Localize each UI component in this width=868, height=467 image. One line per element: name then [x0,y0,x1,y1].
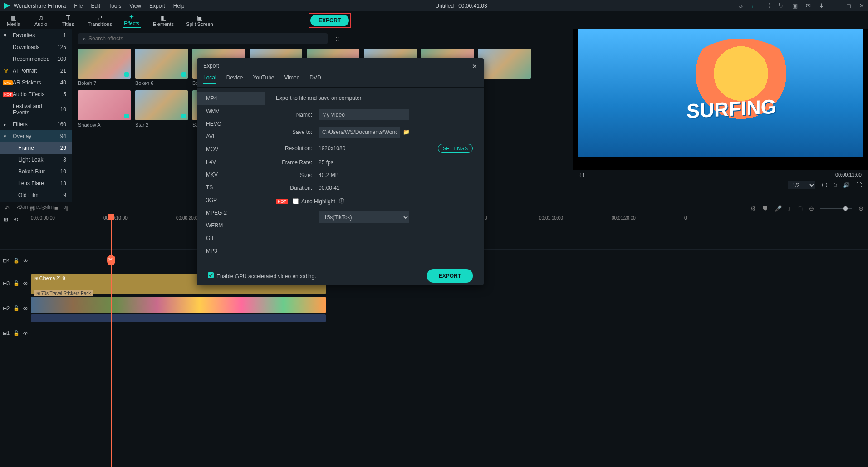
gpu-checkbox-label[interactable]: Enable GPU accelerated video encoding. [208,272,316,280]
effect-thumb[interactable]: Bokeh 7 [78,49,131,86]
preview-video[interactable] [578,29,863,157]
format-wmv[interactable]: WMV [197,105,265,118]
auto-highlight-checkbox[interactable] [293,198,299,204]
lock-icon[interactable]: 🔓 [13,280,20,286]
mail-icon[interactable]: ✉ [806,2,811,9]
volume-icon[interactable]: 🔊 [843,182,850,188]
highlight-duration-select[interactable]: 15s(TikTok) [319,211,409,223]
snapshot-icon[interactable]: ⎙ [834,182,837,188]
sidebar-sub-light-leak[interactable]: Light Leak8 [0,154,72,166]
sidebar-item-recommended[interactable]: Recommended100 [0,53,72,65]
info-icon[interactable]: ⓘ [339,197,344,205]
marker-icon[interactable]: ▢ [797,205,803,212]
fullscreen-icon[interactable]: ⛶ [856,182,862,188]
monitor-icon[interactable]: 🖵 [822,182,827,188]
maximize-button[interactable]: ◻ [846,2,851,9]
close-button[interactable]: ✕ [859,2,864,9]
lightbulb-icon[interactable]: ☼ [738,2,744,9]
settings-button[interactable]: SETTINGS [438,144,473,153]
sidebar-item-filters[interactable]: ▸Filters160 [0,118,72,130]
zoom-slider[interactable] [820,208,852,209]
export-button[interactable]: EXPORT [310,15,349,26]
tab-dvd[interactable]: DVD [309,74,321,84]
search-input[interactable] [88,35,323,42]
sidebar-item-downloads[interactable]: Downloads125 [0,41,72,53]
eye-icon[interactable]: 👁 [23,306,28,311]
sidebar-item-ar-stickers[interactable]: NewAR Stickers40 [0,77,72,88]
headphones-icon[interactable]: ∩ [752,2,756,9]
format-3gp[interactable]: 3GP [197,194,265,206]
sidebar-sub-bokeh-blur[interactable]: Bokeh Blur10 [0,166,72,177]
zoom-in-icon[interactable]: ⊕ [858,205,863,212]
menu-file[interactable]: File [74,3,83,9]
format-avi[interactable]: AVI [197,130,265,143]
tab-transitions[interactable]: ⇄Transitions [82,13,118,28]
tab-youtube[interactable]: YouTube [253,74,274,84]
timeline-layout-icon[interactable]: ⊞ [4,216,8,223]
sidebar-item-overlay[interactable]: ▾Overlay94 [0,130,72,142]
cut-marker[interactable] [107,255,115,265]
tab-titles[interactable]: TTitles [54,13,82,28]
save-icon[interactable]: ▣ [792,2,798,9]
effect-thumb[interactable] [478,49,531,86]
sidebar-sub-frame[interactable]: Frame26 [0,142,72,154]
sidebar-sub-lens-flare[interactable]: Lens Flare13 [0,177,72,189]
music-icon[interactable]: ♪ [788,205,791,212]
format-hevc[interactable]: HEVC [197,118,265,130]
menu-export[interactable]: Export [149,3,165,9]
playhead[interactable] [111,215,112,467]
format-mp3[interactable]: MP3 [197,245,265,257]
tab-media[interactable]: ▦Media [0,13,27,28]
format-ts[interactable]: TS [197,181,265,194]
saveto-input[interactable] [319,127,400,138]
effect-thumb[interactable]: Shadow A [78,90,131,128]
close-icon[interactable]: ✕ [472,63,477,70]
sidebar-item-ai-portrait[interactable]: ♛AI Portrait21 [0,65,72,77]
sidebar-item-audio-effects[interactable]: HOTAudio Effects5 [0,88,72,100]
format-mkv[interactable]: MKV [197,168,265,181]
format-f4v[interactable]: F4V [197,156,265,168]
tab-audio[interactable]: ♫Audio [27,13,54,28]
menu-edit[interactable]: Edit [91,3,101,9]
lock-icon[interactable]: 🔓 [13,330,20,336]
gpu-checkbox[interactable] [208,272,214,278]
gift-icon[interactable]: ⛶ [764,2,770,9]
download-icon[interactable]: ⬇ [819,2,824,9]
shield-icon[interactable]: ⛊ [762,205,768,212]
menu-view[interactable]: View [129,3,141,9]
tab-local[interactable]: Local [203,74,216,84]
tab-vimeo[interactable]: Vimeo [284,74,300,84]
tab-device[interactable]: Device [226,74,243,84]
lock-icon[interactable]: 🔓 [13,305,20,311]
mic-icon[interactable]: 🎤 [775,205,782,212]
name-input[interactable] [319,109,409,120]
clip-audio[interactable] [31,314,326,322]
lock-icon[interactable]: 🔓 [13,258,20,264]
account-icon[interactable]: ⛉ [778,2,784,9]
eye-icon[interactable]: 👁 [23,281,28,286]
export-confirm-button[interactable]: EXPORT [427,269,473,283]
format-mov[interactable]: MOV [197,143,265,156]
tab-split-screen[interactable]: ▣Split Screen [181,13,218,28]
format-gif[interactable]: GIF [197,232,265,245]
menu-tools[interactable]: Tools [108,3,121,9]
tab-elements[interactable]: ◧Elements [145,13,181,28]
eye-icon[interactable]: 👁 [23,258,28,264]
grid-view-icon[interactable]: ⠿ [335,36,339,43]
sidebar-item-favorites[interactable]: ♥Favorites1 [0,29,72,41]
gear-icon[interactable]: ⚙ [750,205,756,212]
effect-thumb[interactable]: Bokeh 6 [135,49,188,86]
tab-effects[interactable]: ✦Effects [118,12,145,29]
format-webm[interactable]: WEBM [197,219,265,232]
search-bar[interactable]: ⌕ [78,33,328,44]
eye-icon[interactable]: 👁 [23,331,28,336]
menu-help[interactable]: Help [173,3,185,9]
effect-thumb[interactable]: Star 2 [135,90,188,128]
folder-icon[interactable]: 📁 [403,129,410,135]
minimize-button[interactable]: — [832,2,838,9]
sidebar-item-festival[interactable]: Festival and Events10 [0,100,72,118]
link-icon[interactable]: ⟲ [14,216,18,223]
playback-speed-select[interactable]: 1/2 [788,181,815,189]
sidebar-sub-old-film[interactable]: Old Film9 [0,189,72,201]
clip-video[interactable]: ⊞ 70s Travel Stickers Pack [31,297,326,313]
